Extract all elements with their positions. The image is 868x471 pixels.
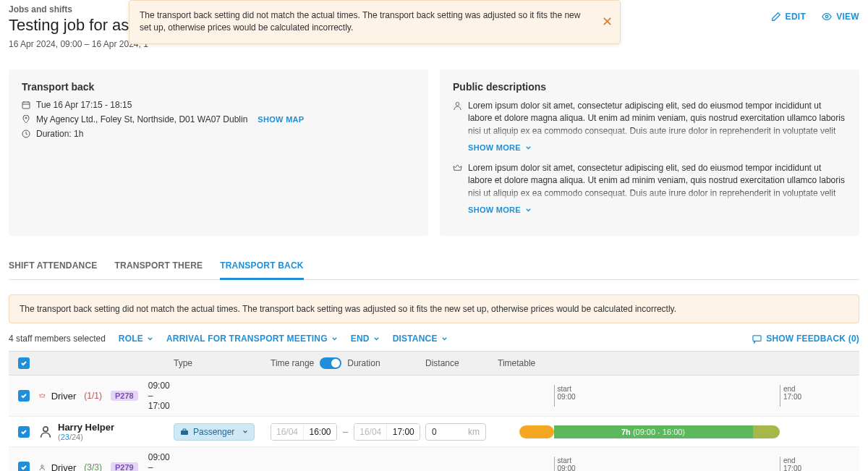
table-header: Type Time rangeDuration Distance Timetab…	[9, 351, 859, 375]
member-name[interactable]: Harry Helper	[58, 422, 114, 433]
clock-icon	[22, 130, 30, 138]
chevron-down-icon	[331, 336, 338, 342]
end-dropdown[interactable]: END	[351, 334, 380, 344]
svg-point-6	[43, 426, 48, 430]
person-icon	[453, 101, 462, 111]
svg-point-4	[456, 102, 459, 106]
svg-point-8	[41, 465, 43, 467]
public-descriptions-card: Public descriptions Lorem ipsum dolor si…	[440, 69, 859, 236]
close-icon[interactable]: ✕	[602, 14, 613, 30]
transport-location: My Agency Ltd., Foley St, Northside, D01…	[22, 114, 415, 124]
row-checkbox[interactable]	[18, 426, 30, 438]
type-select[interactable]: Passenger	[174, 423, 255, 441]
chevron-down-icon	[525, 145, 532, 151]
svg-rect-5	[753, 335, 761, 340]
pencil-icon	[771, 12, 781, 22]
role-dropdown[interactable]: ROLE	[119, 334, 153, 344]
col-duration: Duration	[347, 358, 380, 368]
tabs: SHIFT ATTENDANCE TRANSPORT THERE TRANSPO…	[9, 253, 859, 280]
tab-transport-there[interactable]: TRANSPORT THERE	[115, 253, 203, 280]
start-time-input[interactable]: 16/0416:00	[271, 423, 337, 441]
crown-icon	[453, 164, 462, 173]
person-icon	[39, 461, 46, 471]
show-more-link[interactable]: SHOW MORE	[468, 143, 846, 152]
duration-toggle[interactable]	[320, 357, 341, 369]
chevron-down-icon	[441, 336, 448, 342]
col-timetable: Timetable	[498, 358, 859, 368]
chevron-down-icon	[242, 429, 248, 435]
group-time: 09:00 – 17:00	[148, 452, 174, 471]
arrival-dropdown[interactable]: ARRIVAL FOR TRANSPORT MEETING	[166, 334, 338, 344]
transport-duration: Duration: 1h	[22, 129, 415, 139]
row-checkbox[interactable]	[18, 390, 30, 402]
group-time: 09:00 – 17:00	[148, 381, 174, 411]
group-row: Driver (3/3) P279 09:00 – 17:00 start09:…	[9, 447, 859, 471]
transport-back-card: Transport back Tue 16 Apr 17:15 - 18:15 …	[9, 69, 428, 236]
card-title: Transport back	[22, 81, 415, 93]
selected-count: 4 staff members selected	[9, 334, 106, 344]
person-icon	[39, 425, 52, 438]
member-timeline: 7h (09:00 - 16:00)	[498, 424, 859, 440]
group-ratio: (3/3)	[84, 462, 102, 471]
chevron-down-icon	[525, 207, 532, 213]
distance-dropdown[interactable]: DISTANCE	[393, 334, 448, 344]
svg-point-2	[25, 117, 27, 119]
edit-label: EDIT	[786, 12, 807, 22]
distance-input[interactable]: 0km	[425, 423, 486, 441]
description-item: Lorem ipsum dolor sit amet, consectetur …	[453, 162, 846, 203]
chevron-down-icon	[147, 336, 153, 342]
show-feedback-link[interactable]: SHOW FEEDBACK (0)	[752, 334, 859, 344]
group-badge: P279	[111, 462, 138, 471]
col-range: Time range	[271, 358, 314, 368]
tab-attendance[interactable]: SHIFT ATTENDANCE	[9, 253, 98, 280]
row-checkbox[interactable]	[18, 462, 30, 471]
eye-icon	[822, 12, 832, 22]
group-role: Driver	[51, 391, 77, 402]
view-button[interactable]: VIEW	[822, 12, 859, 22]
crown-icon	[39, 389, 46, 402]
card-title: Public descriptions	[453, 81, 846, 93]
select-all-checkbox[interactable]	[18, 357, 30, 369]
col-distance: Distance	[425, 358, 498, 368]
group-role: Driver	[51, 462, 77, 472]
calendar-icon	[22, 101, 30, 109]
show-more-link[interactable]: SHOW MORE	[468, 205, 846, 214]
comment-icon	[752, 334, 762, 344]
toast-banner: The transport back setting did not match…	[129, 0, 621, 44]
svg-rect-1	[22, 102, 30, 109]
staff-table: Type Time rangeDuration Distance Timetab…	[9, 351, 859, 471]
edit-button[interactable]: EDIT	[771, 12, 807, 22]
show-map-link[interactable]: SHOW MAP	[258, 115, 304, 124]
table-toolbar: 4 staff members selected ROLE ARRIVAL FO…	[9, 334, 859, 344]
chevron-down-icon	[373, 336, 380, 342]
group-badge: P278	[111, 391, 138, 401]
group-row: Driver (1/1) P278 09:00 – 17:00 start09:…	[9, 375, 859, 417]
tab-transport-back[interactable]: TRANSPORT BACK	[220, 253, 303, 280]
svg-point-0	[825, 15, 828, 18]
pin-icon	[22, 115, 30, 124]
suitcase-icon	[180, 428, 189, 436]
transport-time: Tue 16 Apr 17:15 - 18:15	[22, 100, 415, 110]
view-label: VIEW	[836, 12, 859, 22]
table-row: Harry Helper (23/24) Passenger 16/0416:0…	[9, 417, 859, 447]
col-type: Type	[174, 358, 271, 368]
description-item: Lorem ipsum dolor sit amet, consectetur …	[453, 100, 846, 140]
toast-text: The transport back setting did not match…	[140, 9, 590, 35]
alert-banner: The transport back setting did not match…	[9, 294, 859, 323]
group-ratio: (1/1)	[84, 391, 102, 401]
end-time-input[interactable]: 16/0417:00	[354, 423, 420, 441]
svg-rect-7	[181, 430, 188, 435]
